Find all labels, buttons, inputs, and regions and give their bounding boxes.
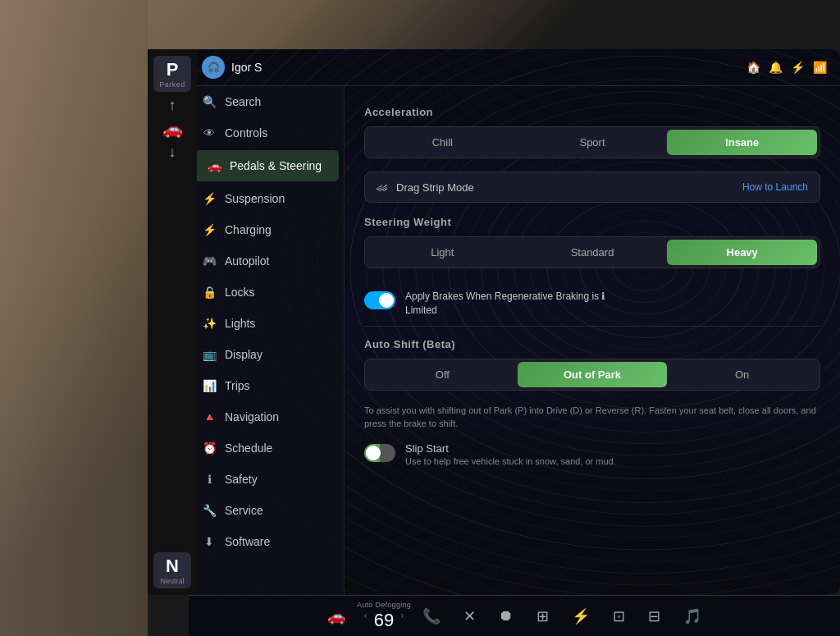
taskbar-auto-debug-label: Auto Defogging [357, 601, 411, 609]
auto-shift-on[interactable]: On [667, 362, 817, 387]
taskbar: 🚗 Auto Defogging ‹ 69 › 📞 ✕ ⏺ ⊞ ⚡ ⊡ ⊟ 🎵 [189, 595, 840, 636]
taskbar-center: Auto Defogging ‹ 69 › [357, 601, 411, 631]
taskbar-phone[interactable]: 📞 [411, 604, 452, 629]
bluetooth-icon[interactable]: ⚡ [791, 61, 805, 74]
sidebar-item-navigation[interactable]: 🔺 Navigation [189, 401, 344, 432]
left-car-interior [0, 0, 148, 636]
taskbar-cross-icon: ✕ [463, 607, 476, 625]
sidebar: 🔍 Search 👁 Controls 🚗 Pedals & Steering … [189, 86, 345, 595]
taskbar-layers-icon: ⊟ [648, 607, 660, 625]
gear-p-badge: P Parked [153, 56, 191, 92]
sidebar-item-controls[interactable]: 👁 Controls [189, 117, 344, 149]
auto-shift-description: To assist you with shifting out of Park … [364, 404, 820, 431]
autopilot-icon: 🎮 [202, 254, 217, 268]
sidebar-item-charging[interactable]: ⚡ Charging [189, 214, 344, 245]
user-avatar: 🎧 [202, 56, 225, 79]
sidebar-item-lights[interactable]: ✨ Lights [189, 308, 344, 339]
service-icon: 🔧 [202, 504, 217, 517]
sidebar-autopilot-label: Autopilot [225, 254, 269, 268]
sidebar-pedals-label: Pedals & Steering [230, 159, 322, 172]
slip-start-row: Slip Start Use to help free vehicle stuc… [364, 442, 820, 466]
gear-n-sub: Neutral [157, 577, 188, 585]
taskbar-bluetooth-icon: ⚡ [572, 607, 590, 625]
acceleration-title: Acceleration [364, 106, 820, 118]
interior-bg [0, 0, 148, 636]
taskbar-speed: 69 [374, 610, 394, 631]
taskbar-layers[interactable]: ⊟ [637, 604, 672, 629]
sidebar-item-suspension[interactable]: ⚡ Suspension [189, 183, 344, 214]
taskbar-arrow-right[interactable]: › [400, 610, 404, 631]
sidebar-safety-label: Safety [225, 473, 258, 486]
regen-braking-row: Apply Brakes When Regenerative Braking i… [364, 281, 820, 327]
sidebar-item-search[interactable]: 🔍 Search [189, 86, 344, 117]
gear-down-arrow: ↓ [169, 144, 176, 161]
taskbar-apps[interactable]: ⊡ [601, 604, 637, 629]
how-to-launch-link[interactable]: How to Launch [742, 181, 808, 193]
navigation-icon: 🔺 [202, 410, 217, 423]
signal-icon: 📶 [813, 61, 827, 74]
steering-standard[interactable]: Standard [518, 240, 668, 265]
charging-icon: ⚡ [202, 223, 217, 236]
top-bar: 🎧 Igor S 🏠 🔔 ⚡ 📶 [189, 49, 840, 86]
acceleration-insane[interactable]: Insane [667, 130, 817, 155]
taskbar-grid[interactable]: ⊞ [525, 604, 560, 629]
auto-shift-btn-group: Off Out of Park On [364, 359, 820, 391]
taskbar-cross[interactable]: ✕ [452, 604, 487, 629]
gear-up-arrow: ↑ [169, 97, 176, 114]
home-icon[interactable]: 🏠 [746, 61, 760, 74]
display-icon: 📺 [202, 348, 217, 361]
acceleration-sport[interactable]: Sport [518, 130, 668, 155]
taskbar-music-icon: 🎵 [683, 607, 701, 625]
taskbar-arrows: ‹ 69 › [364, 610, 404, 631]
controls-icon: 👁 [202, 126, 217, 140]
sidebar-item-autopilot[interactable]: 🎮 Autopilot [189, 245, 344, 277]
sidebar-locks-label: Locks [225, 286, 255, 299]
sidebar-item-pedals[interactable]: 🚗 Pedals & Steering [194, 150, 339, 181]
sidebar-trips-label: Trips [225, 379, 250, 392]
drag-strip-row[interactable]: 🏎 Drag Strip Mode How to Launch [364, 172, 820, 203]
acceleration-chill[interactable]: Chill [368, 130, 518, 155]
slip-start-toggle[interactable] [364, 444, 395, 462]
sidebar-item-display[interactable]: 📺 Display [189, 339, 344, 370]
lights-icon: ✨ [202, 317, 217, 330]
regen-braking-label: Apply Brakes When Regenerative Braking i… [405, 290, 605, 318]
notification-icon[interactable]: 🔔 [769, 61, 783, 74]
taskbar-car-icon: 🚗 [327, 607, 345, 625]
sidebar-item-trips[interactable]: 📊 Trips [189, 370, 344, 401]
sidebar-schedule-label: Schedule [225, 442, 272, 455]
steering-light[interactable]: Light [368, 240, 518, 265]
taskbar-record[interactable]: ⏺ [487, 604, 525, 628]
sidebar-item-software[interactable]: ⬇ Software [189, 526, 344, 557]
top-bar-left: 🎧 Igor S [202, 56, 262, 79]
taskbar-bluetooth[interactable]: ⚡ [560, 604, 601, 629]
sidebar-item-service[interactable]: 🔧 Service [189, 495, 344, 526]
gear-n-letter: N [157, 556, 188, 577]
taskbar-car[interactable]: 🚗 [316, 604, 357, 629]
sidebar-software-label: Software [225, 535, 270, 548]
sidebar-charging-label: Charging [225, 223, 272, 236]
search-icon: 🔍 [202, 95, 217, 108]
suspension-icon: ⚡ [202, 192, 217, 205]
sidebar-navigation-label: Navigation [225, 410, 279, 423]
auto-shift-out-of-park[interactable]: Out of Park [518, 362, 668, 387]
locks-icon: 🔒 [202, 286, 217, 299]
taskbar-apps-icon: ⊡ [613, 607, 625, 625]
schedule-icon: ⏰ [202, 442, 217, 455]
taskbar-grid-icon: ⊞ [536, 607, 549, 625]
regen-braking-toggle[interactable] [364, 291, 395, 309]
steering-weight-title: Steering Weight [364, 216, 820, 228]
taskbar-arrow-left[interactable]: ‹ [364, 610, 368, 631]
auto-shift-off[interactable]: Off [368, 362, 518, 387]
sidebar-item-safety[interactable]: ℹ Safety [189, 464, 344, 495]
slip-start-label: Slip Start [405, 442, 616, 455]
trips-icon: 📊 [202, 379, 217, 392]
right-panel: Acceleration Chill Sport Insane 🏎 Drag S… [345, 86, 840, 595]
sidebar-display-label: Display [225, 348, 262, 361]
sidebar-item-schedule[interactable]: ⏰ Schedule [189, 432, 344, 464]
sidebar-item-locks[interactable]: 🔒 Locks [189, 277, 344, 308]
drag-strip-label: Drag Strip Mode [396, 181, 734, 194]
main-screen: 🎧 Igor S 🏠 🔔 ⚡ 📶 🔍 Search 👁 Contr [189, 49, 840, 595]
steering-heavy[interactable]: Heavy [667, 240, 817, 265]
acceleration-btn-group: Chill Sport Insane [364, 126, 820, 158]
taskbar-music[interactable]: 🎵 [672, 604, 713, 629]
